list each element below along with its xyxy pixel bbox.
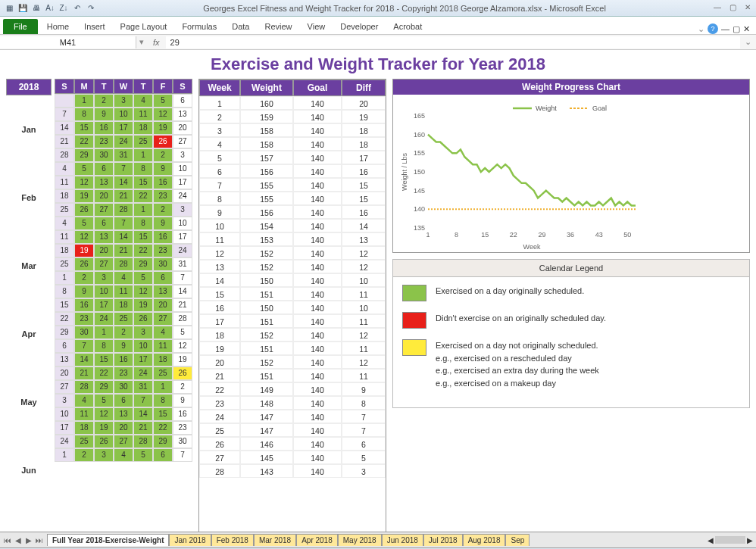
calendar-cell[interactable]: 25 (153, 367, 173, 380)
table-row[interactable]: 2015214012 (199, 355, 386, 369)
calendar-cell[interactable]: 9 (74, 285, 94, 298)
calendar-cell[interactable]: 3 (94, 271, 114, 285)
redo-icon[interactable]: ↷ (85, 2, 97, 14)
calendar-cell[interactable]: 13 (153, 285, 173, 298)
tab-nav-prev-icon[interactable]: ◀ (14, 536, 23, 544)
calendar-cell[interactable]: 5 (133, 448, 153, 462)
calendar-cell[interactable]: 19 (173, 353, 192, 367)
ribbon-close-icon[interactable]: ✕ (743, 24, 750, 34)
calendar-cell[interactable]: 30 (153, 257, 173, 271)
calendar-cell[interactable]: 26 (74, 257, 94, 271)
calendar-cell[interactable]: 3 (114, 94, 133, 108)
calendar-cell[interactable]: 31 (114, 148, 133, 162)
calendar-cell[interactable]: 20 (94, 244, 114, 257)
calendar-cell[interactable]: 15 (74, 121, 94, 135)
calendar-cell[interactable]: 5 (94, 394, 114, 407)
calendar-cell[interactable]: 22 (153, 421, 173, 435)
calendar-cell[interactable]: 23 (94, 135, 114, 148)
calendar-cell[interactable]: 9 (173, 394, 192, 407)
calendar-cell[interactable]: 18 (133, 121, 153, 135)
calendar-cell[interactable]: 28 (114, 257, 133, 271)
calendar-cell[interactable]: 28 (173, 312, 192, 326)
calendar-cell[interactable]: 25 (133, 135, 153, 148)
calendar-cell[interactable]: 18 (55, 189, 74, 203)
sheet-tab[interactable]: Aug 2018 (463, 534, 506, 546)
calendar-cell[interactable]: 28 (114, 203, 133, 217)
calendar-cell[interactable]: 23 (74, 312, 94, 326)
calendar-cell[interactable]: 6 (114, 394, 133, 407)
table-row[interactable]: 1115314013 (199, 232, 386, 246)
formula-input[interactable]: 29 (166, 36, 740, 48)
calendar-cell[interactable]: 2 (94, 94, 114, 108)
tab-insert[interactable]: Insert (77, 19, 113, 34)
calendar-cell[interactable]: 21 (173, 298, 192, 312)
calendar-cell[interactable]: 14 (74, 353, 94, 367)
calendar-cell[interactable]: 15 (94, 353, 114, 367)
calendar-cell[interactable]: 4 (114, 448, 133, 462)
calendar-cell[interactable]: 7 (173, 271, 192, 285)
calendar-cell[interactable]: 26 (133, 312, 153, 326)
calendar-cell[interactable]: 16 (153, 176, 173, 189)
calendar-cell[interactable]: 27 (173, 135, 192, 148)
worksheet[interactable]: Exercise and Weight Tracker for Year 201… (0, 50, 756, 532)
calendar-cell[interactable]: 18 (55, 244, 74, 257)
calendar-cell[interactable]: 22 (55, 312, 74, 326)
calendar-cell[interactable]: 24 (94, 312, 114, 326)
table-row[interactable]: 715514015 (199, 178, 386, 192)
calendar-cell[interactable]: 13 (94, 176, 114, 189)
calendar-cell[interactable]: 7 (55, 108, 74, 121)
ribbon-options-icon[interactable]: ⌄ (698, 24, 704, 34)
calendar-cell[interactable]: 16 (173, 407, 192, 421)
calendar-cell[interactable]: 15 (55, 298, 74, 312)
calendar-cell[interactable]: 10 (55, 407, 74, 421)
sort-asc-icon[interactable]: A↓ (44, 2, 56, 14)
calendar-cell[interactable]: 10 (114, 108, 133, 121)
table-row[interactable]: 1915114011 (199, 342, 386, 355)
calendar-cell[interactable]: 15 (153, 407, 173, 421)
calendar-cell[interactable]: 22 (133, 189, 153, 203)
calendar-cell[interactable]: 1 (55, 448, 74, 462)
calendar-cell[interactable]: 7 (74, 339, 94, 353)
sheet-tab[interactable]: Full Year 2018-Exercise-Weight (47, 534, 169, 546)
calendar-cell[interactable]: 16 (74, 298, 94, 312)
calendar-cell[interactable]: 30 (94, 148, 114, 162)
calendar-cell[interactable]: 8 (94, 339, 114, 353)
calendar-cell[interactable]: 21 (55, 135, 74, 148)
calendar-cell[interactable]: 4 (153, 326, 173, 339)
calendar-cell[interactable]: 1 (74, 94, 94, 108)
name-box[interactable]: M41 (0, 36, 136, 48)
calendar-cell[interactable]: 2 (173, 380, 192, 394)
calendar-cell[interactable]: 10 (94, 285, 114, 298)
calendar-cell[interactable]: 11 (133, 108, 153, 121)
calendar-cell[interactable]: 29 (74, 148, 94, 162)
tab-nav-next-icon[interactable]: ▶ (24, 536, 33, 544)
calendar-cell[interactable]: 21 (114, 244, 133, 257)
maximize-icon[interactable]: ▢ (727, 3, 738, 14)
save-icon[interactable]: 💾 (17, 2, 29, 14)
calendar-cell[interactable]: 7 (133, 394, 153, 407)
calendar-cell[interactable]: 14 (55, 121, 74, 135)
calendar-cell[interactable]: 5 (173, 326, 192, 339)
table-row[interactable]: 221491409 (199, 382, 386, 396)
sort-desc-icon[interactable]: Z↓ (58, 2, 70, 14)
calendar-cell[interactable]: 5 (133, 271, 153, 285)
minimize-icon[interactable]: — (712, 3, 723, 14)
calendar-cell[interactable]: 2 (153, 148, 173, 162)
calendar-cell[interactable]: 5 (74, 162, 94, 176)
calendar-cell[interactable]: 13 (94, 230, 114, 244)
calendar-cell[interactable]: 12 (173, 339, 192, 353)
calendar-cell[interactable]: 7 (114, 217, 133, 230)
calendar-cell[interactable]: 22 (74, 135, 94, 148)
calendar-cell[interactable]: 23 (173, 421, 192, 435)
calendar-cell[interactable]: 19 (133, 298, 153, 312)
tab-nav-first-icon[interactable]: ⏮ (3, 536, 12, 544)
calendar-cell[interactable]: 24 (55, 435, 74, 448)
tab-acrobat[interactable]: Acrobat (386, 19, 430, 34)
calendar-cell[interactable]: 24 (173, 244, 192, 257)
calendar-cell[interactable]: 20 (94, 189, 114, 203)
calendar-cell[interactable]: 4 (114, 271, 133, 285)
file-tab[interactable]: File (3, 19, 38, 34)
ribbon-min-icon[interactable]: — (721, 24, 729, 33)
table-row[interactable]: 231481408 (199, 396, 386, 410)
calendar-cell[interactable]: 24 (133, 367, 153, 380)
